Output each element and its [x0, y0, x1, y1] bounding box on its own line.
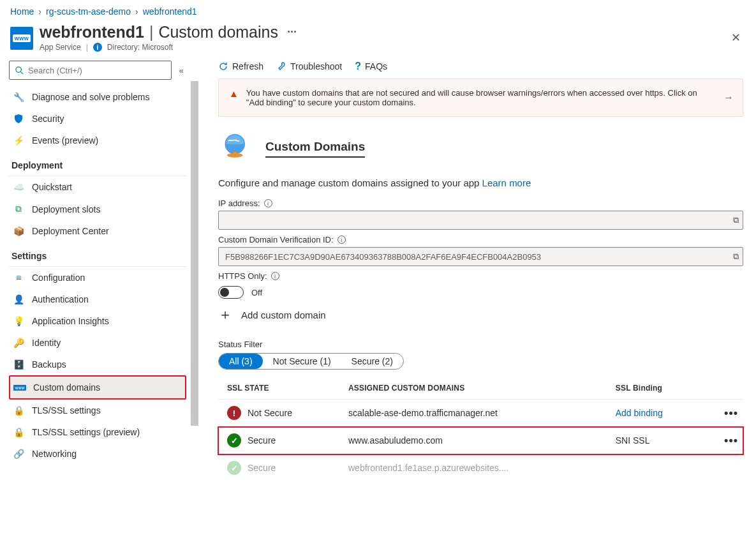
lock-icon: 🔒	[13, 405, 24, 416]
section-settings: Settings	[9, 242, 186, 267]
https-value: Off	[251, 288, 262, 297]
learn-more-link[interactable]: Learn more	[482, 177, 531, 188]
page-subtitle: Custom domains	[158, 23, 278, 41]
secure-icon: ✓	[227, 433, 241, 447]
nav-authentication[interactable]: 👤Authentication	[9, 288, 186, 310]
table-row: ✓Secure webfrontend1.fe1ase.p.azurewebsi…	[218, 454, 743, 482]
cloud-icon: ☁️	[13, 182, 24, 192]
cdv-input: F5B988266F1EC7C3A9D90AE673409363788B008A…	[218, 247, 743, 266]
table-row[interactable]: !Not Secure scalable-ase-demo.trafficman…	[218, 400, 743, 427]
ip-label: IP address:	[218, 199, 260, 208]
status-filter: All (3) Not Secure (1) Secure (2)	[218, 353, 404, 370]
status-filter-label: Status Filter	[218, 340, 743, 349]
nav-tls-ssl[interactable]: 🔒TLS/SSL settings	[9, 400, 186, 421]
chevron-right-icon: ›	[135, 6, 138, 17]
page-header: www webfrontend1 | Custom domains ··· Ap…	[0, 18, 756, 56]
person-icon: 👤	[13, 294, 24, 304]
backup-icon: 🗄️	[13, 359, 24, 370]
nav-security[interactable]: Security	[9, 108, 186, 130]
globe-icon	[218, 130, 254, 167]
nav-custom-domains[interactable]: wwwCustom domains	[10, 377, 185, 398]
add-custom-domain-button[interactable]: ＋Add custom domain	[218, 305, 743, 324]
search-input[interactable]	[28, 66, 166, 75]
sidebar-scrollbar[interactable]	[190, 81, 199, 494]
https-only-toggle[interactable]	[218, 286, 244, 299]
secure-icon: ✓	[227, 461, 241, 475]
filter-not-secure[interactable]: Not Secure (1)	[263, 354, 341, 369]
section-title: Custom Domains	[265, 140, 365, 158]
collapse-sidebar-icon[interactable]: «	[179, 66, 184, 75]
filter-all[interactable]: All (3)	[219, 354, 263, 369]
title-more-icon[interactable]: ···	[287, 26, 297, 39]
add-binding-link[interactable]: Add binding	[616, 408, 663, 418]
nav-backups[interactable]: 🗄️Backups	[9, 354, 186, 375]
sliders-icon: ≡	[13, 273, 24, 283]
search-input-wrapper[interactable]	[9, 61, 172, 80]
warning-text: You have custom domains that are not sec…	[246, 88, 715, 107]
breadcrumb-home[interactable]: Home	[10, 6, 34, 17]
nav-diagnose[interactable]: 🔧Diagnose and solve problems	[9, 86, 186, 108]
key-icon: 🔑	[13, 338, 24, 348]
wrench-icon: 🔧	[13, 92, 24, 102]
lightning-icon: ⚡	[13, 135, 24, 146]
page-title: webfrontend1	[40, 23, 144, 41]
slots-icon: ⧉	[13, 204, 24, 214]
content-pane: Refresh Troubleshoot ?FAQs ▲ You have cu…	[199, 56, 756, 494]
breadcrumb-rg[interactable]: rg-scus-tm-ase-demo	[46, 6, 131, 17]
info-icon[interactable]: i	[337, 236, 346, 244]
plus-icon: ＋	[218, 305, 232, 324]
svg-rect-4	[233, 152, 237, 156]
faqs-button[interactable]: ?FAQs	[355, 61, 387, 72]
section-description: Configure and manage custom domains assi…	[218, 177, 743, 188]
copy-icon[interactable]: ⧉	[733, 215, 739, 225]
col-domain: ASSIGNED CUSTOM DOMAINS	[339, 377, 607, 400]
row-more-icon[interactable]: •••	[700, 427, 743, 454]
col-binding: SSL Binding	[607, 377, 700, 400]
info-icon: i	[93, 43, 102, 52]
filter-secure[interactable]: Secure (2)	[341, 354, 403, 369]
not-secure-icon: !	[227, 406, 241, 420]
warning-icon: ▲	[229, 88, 239, 99]
sidebar: « 🔧Diagnose and solve problems Security …	[0, 56, 199, 494]
search-icon	[15, 66, 24, 75]
nav-app-insights[interactable]: 💡Application Insights	[9, 310, 186, 332]
row-more-icon[interactable]: •••	[700, 400, 743, 427]
nav-quickstart[interactable]: ☁️Quickstart	[9, 176, 186, 198]
section-deployment: Deployment	[9, 151, 186, 176]
domains-table: SSL STATE ASSIGNED CUSTOM DOMAINS SSL Bi…	[218, 377, 743, 481]
nav-deployment-center[interactable]: 📦Deployment Center	[9, 220, 186, 242]
bulb-icon: 💡	[13, 316, 24, 326]
nav-tls-ssl-preview[interactable]: 🔒TLS/SSL settings (preview)	[9, 421, 186, 443]
copy-icon[interactable]: ⧉	[733, 251, 739, 262]
app-service-icon: www	[10, 27, 33, 50]
svg-line-1	[20, 71, 23, 74]
nav-identity[interactable]: 🔑Identity	[9, 332, 186, 354]
cdv-label: Custom Domain Verification ID:	[218, 235, 334, 244]
breadcrumb-app[interactable]: webfrontend1	[143, 6, 197, 17]
nav-networking[interactable]: 🔗Networking	[9, 443, 186, 465]
ip-input: ⧉	[218, 211, 743, 230]
lock-icon: 🔒	[13, 427, 24, 437]
refresh-button[interactable]: Refresh	[218, 61, 263, 71]
chevron-right-icon: ›	[38, 6, 41, 17]
nav-deployment-slots[interactable]: ⧉Deployment slots	[9, 198, 186, 220]
svg-point-0	[16, 66, 21, 71]
www-icon: www	[14, 385, 26, 391]
info-icon[interactable]: i	[264, 199, 272, 207]
warning-banner[interactable]: ▲ You have custom domains that are not s…	[218, 79, 743, 117]
shield-icon	[13, 114, 24, 124]
table-row[interactable]: ✓Secure www.asabuludemo.com SNI SSL •••	[218, 427, 743, 454]
nav-configuration[interactable]: ≡Configuration	[9, 267, 186, 288]
https-label: HTTPS Only:	[218, 271, 267, 281]
service-type: App Service	[40, 43, 81, 52]
nav-events[interactable]: ⚡Events (preview)	[9, 130, 186, 151]
network-icon: 🔗	[13, 449, 24, 459]
col-ssl-state: SSL STATE	[218, 377, 339, 400]
info-icon[interactable]: i	[271, 272, 279, 280]
close-icon[interactable]: ✕	[726, 28, 746, 47]
breadcrumb: Home › rg-scus-tm-ase-demo › webfrontend…	[0, 0, 756, 18]
troubleshoot-button[interactable]: Troubleshoot	[276, 61, 342, 71]
cube-icon: 📦	[13, 226, 24, 236]
arrow-right-icon: →	[723, 92, 734, 103]
